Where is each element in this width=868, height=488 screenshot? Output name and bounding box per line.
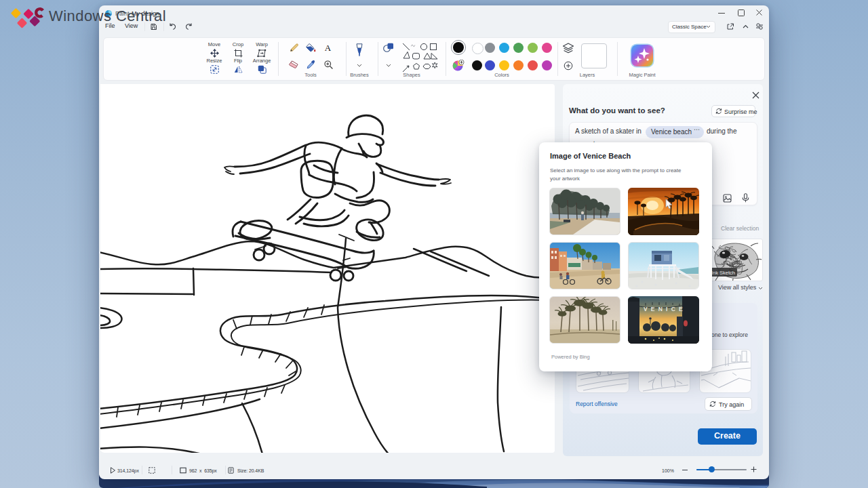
svg-text:VENICE: VENICE — [644, 306, 686, 312]
svg-text:A: A — [325, 43, 332, 52]
